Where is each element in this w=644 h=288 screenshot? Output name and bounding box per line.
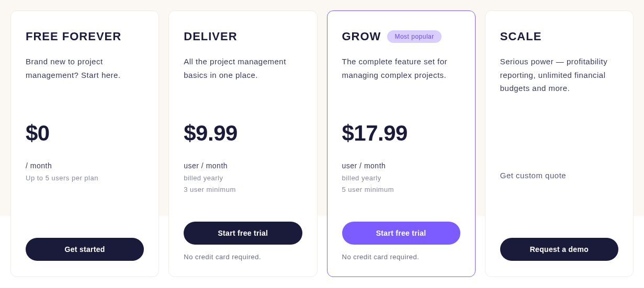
price-meta: / month Up to 5 users per plan [26,159,144,184]
pricing-card-scale: SCALE Serious power — profitability repo… [485,10,634,277]
card-footnote: No credit card required. [184,253,302,261]
plan-price: $0 [26,121,144,146]
pricing-card-grow: GROW Most popular The complete feature s… [327,10,476,277]
card-header: SCALE [500,30,618,43]
plan-price: $17.99 [342,121,460,146]
pricing-card-free: FREE FOREVER Brand new to project manage… [10,10,159,277]
start-free-trial-button[interactable]: Start free trial [184,222,302,245]
price-unit: user / month [184,159,302,172]
request-demo-button[interactable]: Request a demo [500,238,618,261]
plan-description: The complete feature set for managing co… [342,55,460,102]
start-free-trial-button[interactable]: Start free trial [342,222,460,245]
price-minimum: 3 user minimum [184,184,302,195]
card-header: FREE FOREVER [26,30,144,43]
plan-description: All the project management basics in one… [184,55,302,102]
plan-description: Serious power — profitability reporting,… [500,55,618,102]
plan-title: SCALE [500,30,542,43]
pricing-card-deliver: DELIVER All the project management basic… [168,10,317,277]
custom-quote-label: Get custom quote [500,171,618,180]
price-billed: billed yearly [342,172,460,184]
price-unit: user / month [342,159,460,172]
plan-price: $9.99 [184,121,302,146]
price-unit: / month [26,159,144,172]
price-meta: user / month billed yearly 3 user minimu… [184,159,302,195]
price-minimum: 5 user minimum [342,184,460,195]
plan-description: Brand new to project management? Start h… [26,55,144,102]
most-popular-badge: Most popular [387,30,441,43]
plan-title: DELIVER [184,30,237,43]
card-footnote: No credit card required. [342,253,460,261]
plan-title: FREE FOREVER [26,30,121,43]
price-meta: user / month billed yearly 5 user minimu… [342,159,460,195]
get-started-button[interactable]: Get started [26,238,144,261]
card-header: GROW Most popular [342,30,460,43]
card-header: DELIVER [184,30,302,43]
plan-title: GROW [342,30,381,43]
price-minimum: Up to 5 users per plan [26,172,144,184]
pricing-grid: FREE FOREVER Brand new to project manage… [10,10,634,277]
price-billed: billed yearly [184,172,302,184]
